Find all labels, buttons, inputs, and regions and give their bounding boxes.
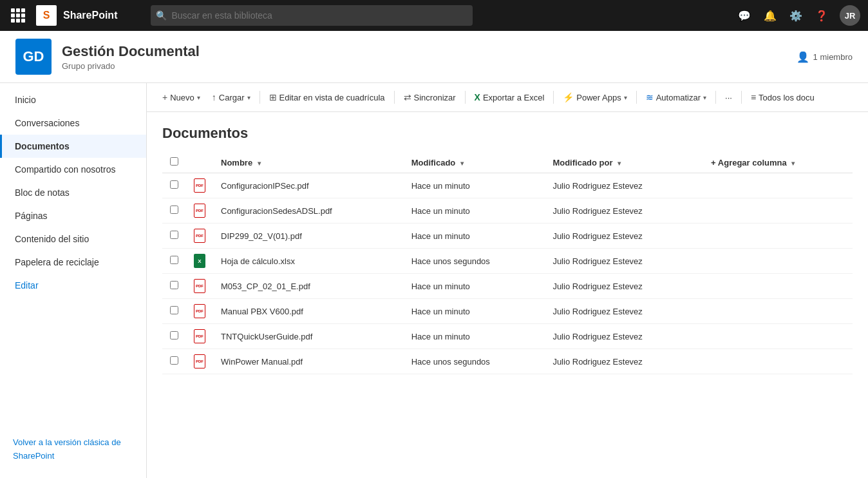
automatizar-button[interactable]: ≋ Automatizar ▾: [641, 88, 712, 106]
th-nombre[interactable]: Nombre ▾: [213, 152, 404, 173]
site-subtitle: Grupo privado: [62, 61, 200, 71]
editar-cuadricula-button[interactable]: ⊞ Editar en vista de cuadrícula: [264, 88, 390, 106]
members-count: 1 miembro: [813, 52, 853, 62]
todos-documentos-icon: ≡: [751, 92, 756, 102]
sidebar-item-documentos[interactable]: Documentos: [0, 135, 146, 158]
more-options-button[interactable]: ···: [720, 89, 737, 106]
todos-documentos-button[interactable]: ≡ Todos los docu: [746, 88, 820, 106]
table-row: PDFDIP299_02_V(01).pdfHace un minutoJuli…: [162, 224, 853, 249]
help-icon[interactable]: ❓: [814, 8, 829, 23]
file-type-cell: X: [186, 249, 213, 274]
sidebar-item-bloc[interactable]: Bloc de notas: [0, 181, 146, 204]
th-agregar-columna[interactable]: + Agregar columna ▾: [703, 152, 853, 173]
file-add-col-cell: [703, 173, 853, 198]
sidebar-item-compartido[interactable]: Compartido con nosotros: [0, 158, 146, 181]
table-row: PDFConfiguracionSedesADSL.pdfHace un min…: [162, 198, 853, 224]
file-name-link[interactable]: DIP299_02_V(01).pdf: [221, 231, 302, 241]
file-name-link[interactable]: Manual PBX V600.pdf: [221, 307, 303, 316]
file-name-link[interactable]: TNTQuickUserGuide.pdf: [221, 332, 312, 341]
waffle-menu[interactable]: [8, 5, 28, 26]
file-modified-cell: Hace un minuto: [404, 324, 545, 349]
sidebar-item-conversaciones[interactable]: Conversaciones: [0, 111, 146, 135]
row-checkbox[interactable]: [170, 331, 178, 339]
file-modified-by-cell: Julio Rodriguez Estevez: [545, 224, 703, 249]
file-modified-by-cell: Julio Rodriguez Estevez: [545, 349, 703, 374]
row-checkbox[interactable]: [170, 281, 178, 289]
nuevo-chevron-icon: ▾: [197, 94, 200, 101]
table-row: PDFManual PBX V600.pdfHace un minutoJuli…: [162, 299, 853, 324]
search-icon: 🔍: [156, 10, 167, 21]
file-name-cell: WinPower Manual.pdf: [213, 349, 404, 374]
sidebar-item-editar[interactable]: Editar: [0, 274, 146, 297]
classic-version-link[interactable]: Volver a la versión clásica de SharePoin…: [13, 436, 133, 463]
members-button[interactable]: 👤 1 miembro: [797, 51, 853, 63]
file-name-link[interactable]: Hoja de cálculo.xlsx: [221, 256, 295, 266]
exportar-excel-label: Exportar a Excel: [483, 93, 544, 102]
power-apps-icon: ⚡: [563, 92, 574, 102]
th-checkbox[interactable]: [162, 152, 186, 173]
file-table: Nombre ▾ Modificado ▾ Modificado por ▾: [162, 152, 853, 374]
top-navigation: S SharePoint 🔍 💬 🔔 ⚙️ ❓ JR: [0, 0, 868, 31]
row-checkbox[interactable]: [170, 256, 178, 264]
file-name-cell: DIP299_02_V(01).pdf: [213, 224, 404, 249]
toolbar: + Nuevo ▾ ↑ Cargar ▾ ⊞ Editar en vista d…: [147, 83, 868, 112]
sidebar-bottom: Volver a la versión clásica de SharePoin…: [0, 426, 146, 473]
file-name-link[interactable]: ConfiguracionSedesADSL.pdf: [221, 206, 332, 216]
file-name-link[interactable]: WinPower Manual.pdf: [221, 357, 303, 367]
row-checkbox[interactable]: [170, 306, 178, 314]
pdf-icon: PDF: [194, 178, 205, 193]
toolbar-divider-2: [394, 91, 395, 104]
select-all-checkbox[interactable]: [170, 157, 178, 166]
nuevo-button[interactable]: + Nuevo ▾: [157, 88, 205, 106]
cargar-button[interactable]: ↑ Cargar ▾: [207, 88, 256, 106]
message-icon[interactable]: 💬: [737, 8, 752, 23]
settings-icon[interactable]: ⚙️: [788, 8, 804, 23]
file-type-cell: PDF: [186, 274, 213, 299]
exportar-excel-button[interactable]: X Exportar a Excel: [469, 88, 550, 106]
toolbar-divider-1: [259, 91, 260, 104]
site-title: Gestión Documental: [62, 43, 200, 60]
sidebar-item-paginas[interactable]: Páginas: [0, 204, 146, 227]
file-name-cell: ConfiguracionSedesADSL.pdf: [213, 198, 404, 224]
modificado-sort-icon: ▾: [460, 160, 464, 167]
power-apps-button[interactable]: ⚡ Power Apps ▾: [558, 88, 632, 106]
file-modified-cell: Hace un minuto: [404, 198, 545, 224]
pdf-icon: PDF: [194, 304, 205, 318]
notifications-icon[interactable]: 🔔: [762, 8, 778, 23]
search-container: 🔍: [151, 5, 473, 26]
app-logo[interactable]: S SharePoint: [36, 5, 117, 26]
th-modificado[interactable]: Modificado ▾: [404, 152, 545, 173]
row-checkbox[interactable]: [170, 356, 178, 365]
user-avatar[interactable]: JR: [840, 5, 860, 26]
more-options-label: ···: [725, 93, 732, 102]
file-modified-by-cell: Julio Rodriguez Estevez: [545, 324, 703, 349]
file-modified-cell: Hace unos segundos: [404, 349, 545, 374]
sidebar-item-contenido[interactable]: Contenido del sitio: [0, 227, 146, 251]
cargar-label: Cargar: [219, 93, 245, 102]
automatizar-chevron-icon: ▾: [703, 94, 706, 101]
file-type-cell: PDF: [186, 349, 213, 374]
sincronizar-button[interactable]: ⇄ Sincronizar: [399, 88, 461, 106]
automatizar-label: Automatizar: [656, 93, 701, 102]
app-name: SharePoint: [63, 10, 117, 21]
file-name-link[interactable]: ConfiguracionIPSec.pdf: [221, 181, 309, 191]
th-modificado-por[interactable]: Modificado por ▾: [545, 152, 703, 173]
sidebar-item-inicio[interactable]: Inicio: [0, 88, 146, 111]
sidebar-item-papelera[interactable]: Papelera de reciclaje: [0, 251, 146, 274]
row-checkbox-cell: [162, 349, 186, 374]
sidebar-spacer: [0, 297, 146, 426]
file-modified-cell: Hace un minuto: [404, 224, 545, 249]
row-checkbox[interactable]: [170, 180, 178, 189]
file-modified-by-cell: Julio Rodriguez Estevez: [545, 198, 703, 224]
search-input[interactable]: [151, 5, 473, 26]
file-modified-by-cell: Julio Rodriguez Estevez: [545, 274, 703, 299]
file-name-cell: ConfiguracionIPSec.pdf: [213, 173, 404, 198]
row-checkbox[interactable]: [170, 206, 178, 214]
table-row: XHoja de cálculo.xlsxHace unos segundosJ…: [162, 249, 853, 274]
members-icon: 👤: [797, 51, 809, 63]
table-row: PDFTNTQuickUserGuide.pdfHace un minutoJu…: [162, 324, 853, 349]
file-name-cell: Hoja de cálculo.xlsx: [213, 249, 404, 274]
file-name-link[interactable]: M053_CP_02_01_E.pdf: [221, 282, 310, 291]
power-apps-chevron-icon: ▾: [624, 94, 627, 101]
row-checkbox[interactable]: [170, 231, 178, 239]
